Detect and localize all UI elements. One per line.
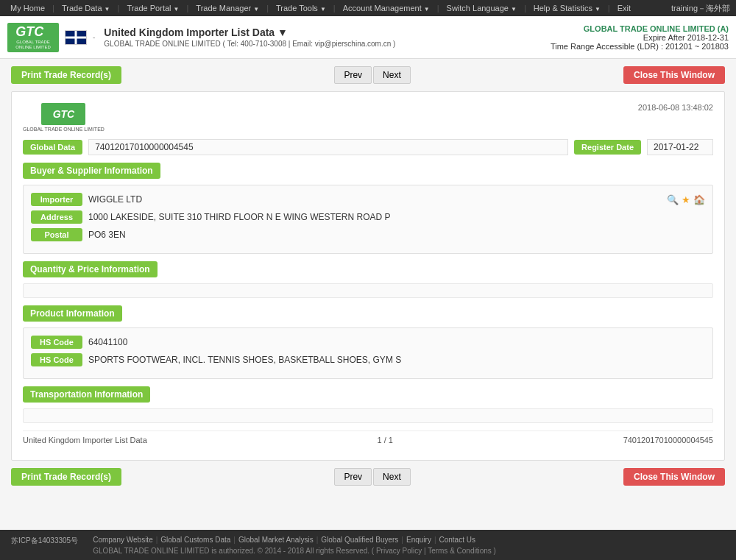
footer-link-buyers[interactable]: Global Qualified Buyers — [321, 536, 398, 544]
buyer-supplier-block: Importer WIGGLE LTD 🔍 ★ 🏠 Address 1000 L… — [23, 185, 713, 254]
main-content: Print Trade Record(s) Prev Next Close Th… — [0, 59, 736, 530]
postal-row: Postal PO6 3EN — [31, 228, 705, 241]
record-timestamp: 2018-06-08 13:48:02 — [638, 103, 713, 112]
address-label: Address — [31, 210, 82, 224]
nav-switch-language[interactable]: Switch Language ▼ — [442, 4, 521, 13]
importer-row: Importer WIGGLE LTD 🔍 ★ 🏠 — [31, 193, 705, 206]
nav-trade-tools[interactable]: Trade Tools ▼ — [272, 4, 330, 13]
header-title: United Kingdom Importer List Data ▼ GLOB… — [104, 26, 395, 48]
footer-links: Company Website | Global Customs Data | … — [93, 536, 496, 544]
register-date-button[interactable]: Register Date — [574, 140, 641, 155]
record-logo-box: GTC — [41, 103, 85, 125]
top-navigation: My Home | Trade Data ▼ | Trade Portal ▼ … — [0, 0, 736, 16]
logo-sub: GLOBAL TRADEONLINE LIMITED — [15, 40, 51, 50]
record-card: GTC GLOBAL TRADE ONLINE LIMITED 2018-06-… — [11, 91, 725, 461]
close-button-top[interactable]: Close This Window — [623, 66, 725, 84]
page-title: United Kingdom Importer List Data ▼ — [104, 26, 395, 38]
record-footer: United Kingdom Importer List Data 1 / 1 … — [23, 430, 713, 449]
footer-link-market[interactable]: Global Market Analysis — [238, 536, 314, 544]
header-right: GLOBAL TRADE ONLINE LIMITED (A) Expire A… — [551, 24, 729, 51]
importer-label: Importer — [31, 193, 82, 206]
hs-desc-label: HS Code — [31, 353, 82, 366]
register-date-value: 2017-01-22 — [647, 139, 713, 155]
top-action-bar: Print Trade Record(s) Prev Next Close Th… — [11, 66, 725, 84]
importer-icons: 🔍 ★ 🏠 — [667, 194, 705, 205]
prev-button-bottom[interactable]: Prev — [334, 468, 372, 486]
time-range: Time Range Accessible (LDR) : 201201 ~ 2… — [551, 42, 729, 51]
nav-buttons-bottom: Prev Next — [334, 468, 410, 486]
footer-copyright: GLOBAL TRADE ONLINE LIMITED is authorize… — [93, 547, 496, 555]
hs-desc-value: SPORTS FOOTWEAR, INCL. TENNIS SHOES, BAS… — [88, 355, 705, 365]
nav-buttons-top: Prev Next — [334, 66, 410, 84]
site-footer: 苏ICP备14033305号 Company Website | Global … — [0, 530, 736, 560]
nav-trade-portal[interactable]: Trade Portal ▼ — [122, 4, 183, 13]
record-header: GTC GLOBAL TRADE ONLINE LIMITED 2018-06-… — [23, 103, 713, 132]
footer-page-info: 1 / 1 — [377, 436, 392, 444]
expire-date: Expire After 2018-12-31 — [551, 33, 729, 42]
footer-link-enquiry[interactable]: Enquiry — [406, 536, 431, 544]
address-value: 1000 LAKESIDE, SUITE 310 THIRD FLOOR N E… — [88, 212, 705, 222]
footer-link-customs[interactable]: Global Customs Data — [160, 536, 230, 544]
header-bar: GTC GLOBAL TRADEONLINE LIMITED - United … — [0, 16, 736, 59]
nav-exit[interactable]: Exit — [613, 4, 635, 13]
quantity-price-section: Quantity & Price Information — [23, 261, 713, 298]
footer-bottom: 苏ICP备14033305号 Company Website | Global … — [11, 536, 725, 555]
print-button-bottom[interactable]: Print Trade Record(s) — [11, 468, 121, 486]
product-block: HS Code 64041100 HS Code SPORTS FOOTWEAR… — [23, 327, 713, 379]
footer-record-id: 74012017010000004545 — [623, 436, 713, 444]
address-row: Address 1000 LAKESIDE, SUITE 310 THIRD F… — [31, 210, 705, 224]
nav-account-management[interactable]: Account Management ▼ — [339, 4, 434, 13]
company-name: GLOBAL TRADE ONLINE LIMITED (A) — [551, 24, 729, 33]
record-logo-sub: GLOBAL TRADE ONLINE LIMITED — [23, 127, 105, 132]
prev-button-top[interactable]: Prev — [334, 66, 372, 84]
nav-trade-data[interactable]: Trade Data ▼ — [57, 4, 115, 13]
gtc-logo: GTC GLOBAL TRADEONLINE LIMITED — [7, 23, 59, 52]
quantity-price-header: Quantity & Price Information — [23, 261, 158, 277]
flag-separator: - — [93, 33, 95, 41]
buyer-supplier-section: Buyer & Supplier Information Importer WI… — [23, 163, 713, 254]
title-arrow: ▼ — [277, 26, 288, 38]
quantity-price-block — [23, 283, 713, 298]
uk-flag-icon — [65, 30, 87, 45]
logo-area: GTC GLOBAL TRADEONLINE LIMITED - — [7, 23, 95, 52]
next-button-bottom[interactable]: Next — [373, 468, 411, 486]
nav-help-statistics[interactable]: Help & Statistics ▼ — [529, 4, 605, 13]
global-data-button[interactable]: Global Data — [23, 140, 82, 155]
footer-link-company[interactable]: Company Website — [93, 536, 153, 544]
hs-desc-row: HS Code SPORTS FOOTWEAR, INCL. TENNIS SH… — [31, 353, 705, 366]
logo-text: GTC — [15, 24, 51, 40]
footer-list-label: United Kingdom Importer List Data — [23, 436, 147, 444]
user-label: training－海外部 — [671, 3, 730, 14]
star-icon[interactable]: ★ — [682, 194, 690, 205]
product-section: Product Information HS Code 64041100 HS … — [23, 305, 713, 379]
postal-value: PO6 3EN — [88, 230, 705, 240]
nav-trade-manager[interactable]: Trade Manager ▼ — [191, 4, 263, 13]
icp-number: 苏ICP备14033305号 — [11, 536, 78, 546]
record-logo-text: GTC — [53, 108, 75, 120]
transportation-header: Transportation Information — [23, 386, 150, 403]
global-data-row: Global Data 74012017010000004545 Registe… — [23, 139, 713, 155]
nav-my-home[interactable]: My Home — [6, 4, 49, 13]
home-icon[interactable]: 🏠 — [693, 194, 705, 205]
company-line: GLOBAL TRADE ONLINE LIMITED ( Tel: 400-7… — [104, 40, 395, 48]
bottom-action-bar: Print Trade Record(s) Prev Next Close Th… — [11, 468, 725, 486]
search-icon[interactable]: 🔍 — [667, 194, 679, 205]
hs-code-value: 64041100 — [88, 337, 705, 347]
next-button-top[interactable]: Next — [373, 66, 411, 84]
hs-code-row: HS Code 64041100 — [31, 336, 705, 349]
record-id-value: 74012017010000004545 — [88, 139, 568, 155]
product-header: Product Information — [23, 305, 122, 322]
hs-code-label: HS Code — [31, 336, 82, 349]
postal-label: Postal — [31, 228, 82, 241]
transportation-section: Transportation Information — [23, 386, 713, 423]
buyer-supplier-header: Buyer & Supplier Information — [23, 163, 160, 179]
print-button-top[interactable]: Print Trade Record(s) — [11, 66, 121, 84]
close-button-bottom[interactable]: Close This Window — [623, 468, 725, 486]
transportation-block — [23, 408, 713, 423]
record-logo: GTC GLOBAL TRADE ONLINE LIMITED — [23, 103, 105, 132]
footer-link-contact[interactable]: Contact Us — [439, 536, 475, 544]
importer-value: WIGGLE LTD 🔍 ★ 🏠 — [88, 194, 705, 205]
